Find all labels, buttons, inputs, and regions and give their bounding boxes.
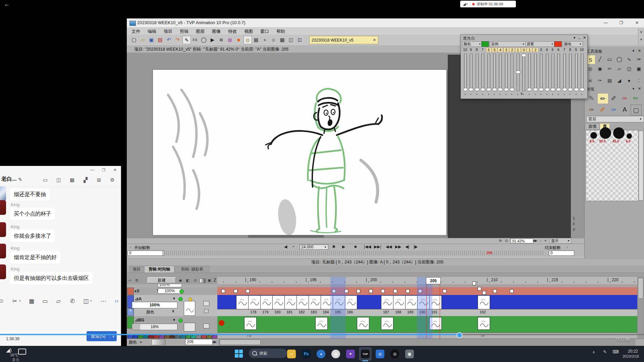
emoji-icon[interactable]: ☺ <box>0 297 5 305</box>
menu-1[interactable]: 编辑 <box>148 28 156 35</box>
layer-bg-label[interactable]: ⊿BG <box>135 318 144 322</box>
lt-slider-thumb[interactable] <box>486 88 491 91</box>
play-button[interactable]: ▶ <box>342 244 345 249</box>
frame-cell[interactable] <box>244 317 257 330</box>
magnifier-icon[interactable]: ◯ <box>200 36 208 44</box>
keyframe-square[interactable] <box>443 289 446 293</box>
timeline-layers-icon[interactable]: ⧉ <box>133 278 140 283</box>
lt-slider-track[interactable] <box>499 54 502 91</box>
lt-slider-thumb[interactable] <box>533 88 538 91</box>
frame-cell[interactable] <box>297 295 309 309</box>
keyframe-square[interactable] <box>246 289 250 293</box>
edit-pencil-icon[interactable]: ✎ <box>17 176 23 183</box>
gradient-icon[interactable] <box>200 279 206 283</box>
start-frame-arrow-icon[interactable]: ↓ <box>129 245 131 249</box>
save-icon[interactable]: ▣ <box>148 36 155 44</box>
lt-dot[interactable] <box>523 94 524 95</box>
step-back-button[interactable]: ◀◀ <box>386 244 392 249</box>
lt-dot[interactable] <box>465 94 466 95</box>
timeline-folder-icon[interactable]: ▱ <box>127 278 132 283</box>
screenshot-scissors-icon[interactable]: ✂ <box>11 297 19 305</box>
color-swatch-icon[interactable]: ■ <box>235 36 243 44</box>
chat-minimize-button[interactable]: — <box>88 167 97 173</box>
visibility-eye-icon[interactable]: ◉ <box>178 278 183 283</box>
grid-icon[interactable]: ▞ <box>82 177 89 183</box>
size-dots-tool[interactable]: ⁚ <box>634 76 643 85</box>
lt-dot[interactable] <box>576 94 577 95</box>
lt-slider-track[interactable] <box>487 54 490 91</box>
chevron-down-icon[interactable]: ▼ <box>172 297 176 300</box>
zoom-plus-button[interactable]: + <box>543 238 547 243</box>
timeline-hscrollbar[interactable] <box>219 339 635 346</box>
menu-0[interactable]: 文件 <box>131 28 140 35</box>
close-button[interactable]: ✕ <box>631 19 643 26</box>
text-tool-brush[interactable]: A <box>620 105 630 115</box>
panel-collapse-icon[interactable]: ▼ <box>573 36 576 40</box>
lt-slider-track[interactable] <box>481 54 484 91</box>
split-view-icon[interactable]: ◫ <box>55 177 62 183</box>
timeline-vscrollbar[interactable] <box>637 277 644 339</box>
lt-slider-track[interactable] <box>557 54 560 91</box>
menu-5[interactable]: 图像 <box>212 28 221 35</box>
keyframe-square[interactable] <box>482 291 486 295</box>
chat-maximize-button[interactable]: ❐ <box>99 167 108 173</box>
weather-desc[interactable]: 多云 <box>12 357 19 362</box>
weather-temp[interactable]: 16℃ <box>10 353 18 357</box>
lt-slider-track[interactable] <box>493 54 496 91</box>
menu-7[interactable]: 视图 <box>244 28 253 35</box>
fx-icon[interactable]: FX <box>191 36 199 44</box>
speaker-icon[interactable]: ◢× <box>463 2 468 6</box>
lt-slider-thumb[interactable] <box>492 88 497 91</box>
pen-tray-icon[interactable]: ✎ <box>603 349 607 354</box>
layer-c-opacity-field[interactable]: 100% <box>158 284 182 287</box>
lt-slider-thumb[interactable] <box>580 88 585 91</box>
lt-dot[interactable] <box>494 94 495 95</box>
layer-b-label[interactable]: ▸B <box>135 289 140 293</box>
lt-slider-thumb[interactable] <box>562 88 567 91</box>
close-project-icon[interactable]: ▨ <box>156 36 164 44</box>
settings-gear-icon[interactable]: ⚙ <box>109 177 116 183</box>
lt-slider-thumb[interactable] <box>550 88 555 91</box>
image-icon[interactable]: ▦ <box>68 177 76 183</box>
project-tab[interactable]: 20230318 WEEK10_v5 ✕ <box>309 36 378 44</box>
keyframe-square[interactable] <box>369 289 373 293</box>
frame-cell[interactable] <box>405 295 418 309</box>
layer-a-option-box[interactable] <box>203 301 209 306</box>
lt-slider-thumb[interactable] <box>521 54 526 57</box>
camera-tool[interactable]: ▣ <box>634 64 643 73</box>
lt-dot[interactable] <box>546 94 547 95</box>
taskbar-icon-photoshop[interactable]: Ps <box>302 350 311 358</box>
player-progress-bar[interactable] <box>0 334 644 335</box>
chat-close-button[interactable]: ✕ <box>111 167 119 173</box>
new-file-icon[interactable]: ▢ <box>130 36 138 44</box>
lt-slider-track[interactable] <box>581 54 584 91</box>
brush-brown-brush[interactable]: ✑ <box>586 105 597 115</box>
clock-button[interactable]: ◔ <box>292 244 294 249</box>
lt-slider-track[interactable] <box>470 54 473 91</box>
start-frame-field[interactable]: 0 <box>127 250 164 256</box>
file-folder-icon[interactable]: ▭ <box>41 297 49 305</box>
canvas-flag-1[interactable]: 1 <box>572 217 576 220</box>
vscrollbar-thumb[interactable] <box>638 278 643 299</box>
lt-color-dropdown-right[interactable]: 颜色▼ <box>563 41 583 47</box>
lightbulb-icon[interactable]: ⊙ <box>193 278 198 283</box>
keyframe-square[interactable] <box>221 289 225 293</box>
prev-key-button[interactable]: ◀| <box>405 244 409 249</box>
layer-b-active-dot[interactable] <box>179 289 184 294</box>
keyframe-square[interactable] <box>357 289 360 293</box>
taskbar-icon-edge[interactable]: ◕ <box>317 350 325 358</box>
panel-tab-0[interactable]: 选项 <box>585 123 600 130</box>
layer-a-preview-thumb[interactable] <box>184 301 195 316</box>
display-dropdown[interactable]: 显示▼ <box>549 238 572 244</box>
lt-slider-track[interactable] <box>505 54 508 91</box>
layer-row-b[interactable]: ▸B ▼ 100% <box>127 287 217 295</box>
lt-slider-track[interactable] <box>563 54 566 91</box>
frame-cell[interactable] <box>315 317 328 330</box>
lt-slider-track[interactable] <box>575 54 578 91</box>
layer-row-a[interactable]: ✎ ⊿A ▼ 100% 颜色 ⬍ <box>127 295 217 316</box>
layer-row-bg[interactable]: ⊿BG ▼ 18% <box>127 316 217 334</box>
layer-a-opacity-field[interactable]: 100% <box>132 302 177 308</box>
frame-cell[interactable] <box>381 295 393 309</box>
taskbar-icon-app-blue[interactable]: ◎ <box>376 350 384 358</box>
thumb-toggle-icon[interactable]: ▣ <box>207 278 212 283</box>
